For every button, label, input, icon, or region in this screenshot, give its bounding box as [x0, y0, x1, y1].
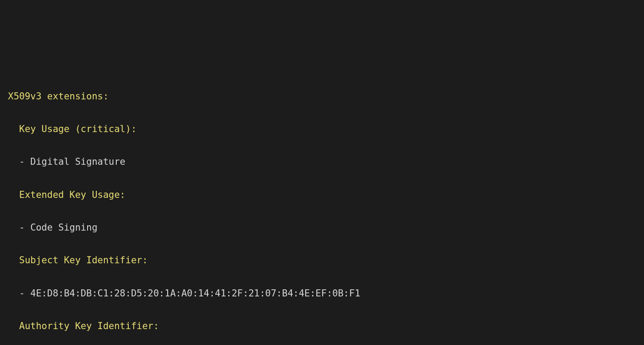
- ski-line: Subject Key Identifier:: [8, 252, 636, 269]
- ext-key-usage-line: Extended Key Usage:: [8, 187, 636, 203]
- x509-header: X509v3 extensions:: [8, 88, 636, 105]
- aki-line: Authority Key Identifier:: [8, 318, 636, 334]
- key-usage-value-line: - Digital Signature: [8, 154, 636, 170]
- key-usage-line: Key Usage (critical):: [8, 121, 636, 137]
- ext-key-usage-value: Code Signing: [31, 222, 98, 233]
- ski-value: 4E:D8:B4:DB:C1:28:D5:20:1A:A0:14:41:2F:2…: [31, 288, 360, 299]
- key-usage-value: Digital Signature: [31, 156, 126, 167]
- terminal-output: X509v3 extensions: Key Usage (critical):…: [8, 72, 636, 345]
- ext-key-usage-value-line: - Code Signing: [8, 220, 636, 236]
- ski-label: Subject Key Identifier: [19, 255, 142, 265]
- header-text: X509v3 extensions: [8, 91, 103, 102]
- ski-value-line: - 4E:D8:B4:DB:C1:28:D5:20:1A:A0:14:41:2F…: [8, 285, 636, 302]
- ext-key-usage-label: Extended Key Usage: [19, 190, 120, 200]
- key-usage-label: Key Usage (critical): [19, 124, 131, 134]
- aki-label: Authority Key Identifier: [19, 321, 153, 331]
